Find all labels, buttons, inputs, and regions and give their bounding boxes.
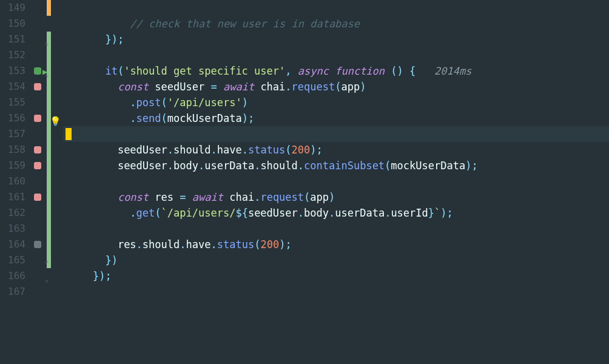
- code-line[interactable]: [63, 47, 609, 63]
- code-line[interactable]: [63, 284, 609, 300]
- line-number[interactable]: 151: [0, 32, 25, 47]
- code-line[interactable]: it('should get specific user', async fun…: [63, 63, 609, 79]
- line-number[interactable]: 166: [0, 268, 25, 284]
- code-editor: 149 150 151 152 153 154 155 156 157 158 …: [0, 0, 609, 364]
- code-line[interactable]: const res = await chai.request(app): [63, 189, 609, 205]
- line-number[interactable]: 163: [0, 221, 25, 237]
- code-line[interactable]: seedUser.body.userData.should.containSub…: [63, 158, 609, 174]
- lightbulb-icon[interactable]: 💡: [50, 113, 61, 129]
- code-line[interactable]: [63, 0, 609, 16]
- disabled-marker[interactable]: [34, 241, 41, 248]
- line-number[interactable]: 155: [0, 95, 25, 110]
- fold-icon[interactable]: ⌄: [45, 272, 49, 288]
- code-line[interactable]: });: [63, 32, 609, 47]
- code-line-current[interactable]: [63, 126, 609, 142]
- breakpoint-marker[interactable]: [34, 83, 41, 90]
- breakpoint-marker[interactable]: [34, 146, 41, 153]
- code-line[interactable]: res.should.have.status(200);: [63, 237, 609, 252]
- test-pass-marker[interactable]: [34, 67, 41, 75]
- fold-gutter: ⌄ ⌄ 💡 ⌃ ⌄: [45, 0, 63, 364]
- code-line[interactable]: [63, 174, 609, 189]
- line-number[interactable]: 149: [0, 0, 25, 16]
- line-number[interactable]: 157: [0, 126, 25, 142]
- line-number[interactable]: 159: [0, 158, 25, 174]
- code-content[interactable]: // check that new user is in database })…: [63, 0, 609, 364]
- line-number[interactable]: 161: [0, 189, 25, 205]
- line-number[interactable]: 158: [0, 142, 25, 158]
- line-number[interactable]: 160: [0, 174, 25, 189]
- line-number[interactable]: 164: [0, 237, 25, 252]
- code-line[interactable]: seedUser.should.have.status(200);: [63, 142, 609, 158]
- cursor-marker: [66, 128, 72, 140]
- code-line[interactable]: .post('/api/users'): [63, 95, 609, 110]
- code-line[interactable]: .get(`/api/users/${seedUser.body.userDat…: [63, 205, 609, 221]
- breakpoint-marker[interactable]: [34, 162, 41, 169]
- line-number[interactable]: 162: [0, 205, 25, 221]
- code-line[interactable]: const seedUser = await chai.request(app): [63, 79, 609, 95]
- line-number-gutter: 149 150 151 152 153 154 155 156 157 158 …: [0, 0, 32, 364]
- line-number[interactable]: 153: [0, 63, 25, 79]
- code-line[interactable]: });: [63, 268, 609, 284]
- code-line[interactable]: }): [63, 252, 609, 268]
- breakpoint-marker[interactable]: [34, 115, 41, 122]
- line-number[interactable]: 150: [0, 16, 25, 32]
- breakpoint-marker[interactable]: [34, 194, 41, 201]
- code-line[interactable]: .send(mockUserData);: [63, 110, 609, 126]
- fold-icon[interactable]: ⌃: [45, 256, 49, 272]
- fold-icon[interactable]: ⌄: [45, 35, 49, 51]
- line-number[interactable]: 165: [0, 252, 25, 268]
- fold-icon[interactable]: ⌄: [45, 67, 49, 83]
- line-number[interactable]: 154: [0, 79, 25, 95]
- line-number[interactable]: 167: [0, 284, 25, 300]
- change-marker: [47, 0, 51, 16]
- marker-gutter: ▶: [32, 0, 45, 364]
- line-number[interactable]: 156: [0, 110, 25, 126]
- test-timing: 2014ms: [434, 65, 471, 77]
- line-number[interactable]: 152: [0, 47, 25, 63]
- comment: // check that new user is in database: [130, 18, 360, 30]
- code-line[interactable]: // check that new user is in database: [63, 16, 609, 32]
- code-line[interactable]: [63, 221, 609, 237]
